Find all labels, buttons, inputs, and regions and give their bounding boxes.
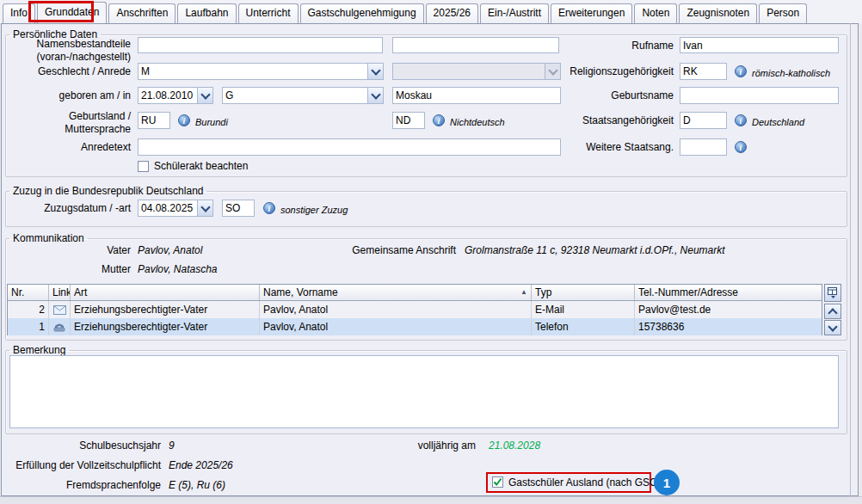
column-header-link[interactable]: Link xyxy=(49,285,71,300)
namensbestandteile-label: Namensbestandteile (voran-/nachgestellt) xyxy=(0,38,131,64)
tab-2025-26[interactable]: 2025/26 xyxy=(426,3,478,23)
cell-art: Erziehungsberechtigter-Vater xyxy=(71,301,260,318)
table-row[interactable]: 2 Erziehungsberechtigter-Vater Pavlov, A… xyxy=(8,301,822,318)
tab-zeugnisnoten[interactable]: Zeugnisnoten xyxy=(679,3,757,23)
chevron-down-icon xyxy=(371,65,380,75)
info-icon[interactable]: i xyxy=(735,65,747,77)
zuzugsart-code-input[interactable] xyxy=(222,200,255,217)
panel-divider xyxy=(850,23,851,496)
religion-label: Religionszugehörigkeit xyxy=(502,65,674,78)
anredetext-label: Anredetext xyxy=(0,141,131,154)
column-header-name[interactable]: Name, Vorname ▲ xyxy=(260,285,532,300)
geburtsland-combo-value[interactable] xyxy=(223,88,367,103)
anredetext-input[interactable] xyxy=(138,138,561,156)
kommunikation-table: Nr. Link Art Name, Vorname ▲ Typ Tel.-Nu… xyxy=(7,284,822,335)
table-scroll-up-button[interactable] xyxy=(824,304,841,319)
geburtsdatum-picker[interactable] xyxy=(138,87,213,104)
cell-typ: Telefon xyxy=(532,318,635,335)
cell-name: Pavlov, Anatol xyxy=(260,318,532,335)
geburtsname-input[interactable] xyxy=(680,87,839,104)
namensbestandteil-voran-input[interactable] xyxy=(138,37,383,53)
schuelerakt-checkbox-label: Schülerakt beachten xyxy=(154,160,248,173)
tab-anschriften[interactable]: Anschriften xyxy=(108,3,175,23)
geburtsdatum-arrow-button[interactable] xyxy=(197,88,212,103)
weitere-staatsang-input[interactable] xyxy=(680,138,727,156)
info-icon[interactable]: i xyxy=(263,202,275,214)
chevron-down-icon xyxy=(371,89,380,99)
religion-hint: römisch-katholisch xyxy=(752,67,830,79)
table-scroll-down-button[interactable] xyxy=(824,320,841,335)
table-row[interactable]: 1 Erziehungsberechtigter-Vater Pavlov, A… xyxy=(8,318,822,335)
geburtsland-combo-arrow-button[interactable] xyxy=(367,88,383,103)
tab-ein-austritt[interactable]: Ein-/Austritt xyxy=(480,3,549,23)
info-icon[interactable]: i xyxy=(433,114,445,126)
schuelerakt-checkbox[interactable] xyxy=(138,161,149,172)
geburtsdatum-value[interactable] xyxy=(139,88,197,103)
column-header-art[interactable]: Art xyxy=(71,285,260,300)
geschlecht-value[interactable] xyxy=(139,64,367,79)
chevron-down-icon xyxy=(828,322,837,331)
info-icon[interactable]: i xyxy=(178,114,190,126)
chevron-up-icon xyxy=(828,308,837,317)
volljaehrig-am-value: 21.08.2028 xyxy=(489,439,540,452)
info-icon[interactable]: i xyxy=(735,114,747,126)
cell-nr: 2 xyxy=(8,301,49,318)
sort-asc-icon: ▲ xyxy=(520,285,527,300)
religion-code-input[interactable] xyxy=(680,63,727,80)
volljaehrig-am-label: volljährig am xyxy=(373,439,476,452)
geburtsland-combobox[interactable] xyxy=(222,87,384,104)
gastschueler-checkbox[interactable] xyxy=(492,476,503,488)
schulbesuchsjahr-label: Schulbesuchsjahr xyxy=(0,439,161,452)
muttersprache-hint: Nichtdeutsch xyxy=(450,116,505,128)
table-column-settings-button[interactable] xyxy=(824,284,841,302)
table-settings-icon xyxy=(828,287,839,298)
cell-art: Erziehungsberechtigter-Vater xyxy=(71,318,260,335)
column-header-typ[interactable]: Typ xyxy=(532,285,635,300)
kommunikation-table-header: Nr. Link Art Name, Vorname ▲ Typ Tel.-Nu… xyxy=(8,285,822,301)
geburtsland-muttersprache-label: Geburtsland / Muttersprache xyxy=(0,110,131,136)
weitere-staatsang-label: Weitere Staatsang. xyxy=(502,141,674,154)
fremdsprachenfolge-label: Fremdsprachenfolge xyxy=(0,479,161,492)
zuzugsdatum-arrow-button[interactable] xyxy=(197,200,212,216)
column-header-tel[interactable]: Tel.-Nummer/Adresse xyxy=(635,285,822,300)
geschlecht-combo-arrow-button[interactable] xyxy=(367,64,383,79)
chevron-down-icon xyxy=(200,202,210,212)
tab-laufbahn[interactable]: Laufbahn xyxy=(177,3,236,23)
zuzugsart-hint: sonstiger Zuzug xyxy=(280,204,348,216)
muttersprache-code-input[interactable] xyxy=(392,112,425,129)
tab-unterricht[interactable]: Unterricht xyxy=(238,3,299,23)
schulbesuchsjahr-value: 9 xyxy=(169,439,175,452)
tab-noten[interactable]: Noten xyxy=(634,3,677,23)
annotation-badge-1: 1 xyxy=(654,470,680,495)
column-header-nr[interactable]: Nr. xyxy=(8,285,49,300)
bemerkung-textarea[interactable] xyxy=(9,355,839,428)
gemeinsame-anschrift-value: Grolmanstraße 11 c, 92318 Neumarkt i.d.O… xyxy=(465,244,725,257)
annotation-box-tab xyxy=(28,1,94,22)
zuzugsdatum-art-label: Zuzugsdatum / -art xyxy=(0,202,131,215)
geboren-am-in-label: geboren am / in xyxy=(0,89,131,102)
vater-label: Vater xyxy=(0,244,131,257)
cell-name: Pavlov, Anatol xyxy=(260,301,532,318)
bemerkung-group-title: Bemerkung xyxy=(9,344,69,356)
gemeinsame-anschrift-label: Gemeinsame Anschrift xyxy=(284,244,456,257)
kommunikation-group-title: Kommunikation xyxy=(9,232,88,244)
staatsangehoerigkeit-hint: Deutschland xyxy=(752,116,804,128)
email-icon xyxy=(49,301,71,318)
info-icon[interactable]: i xyxy=(735,141,747,153)
geschlecht-combobox[interactable] xyxy=(138,63,384,80)
vollzeitschulpflicht-value: Ende 2025/26 xyxy=(169,459,233,472)
geburtsland-hint: Burundi xyxy=(195,116,228,128)
geburtsland-code-input[interactable] xyxy=(138,112,170,129)
tab-erweiterungen[interactable]: Erweiterungen xyxy=(551,3,632,23)
rufname-label: Rufname xyxy=(502,40,674,52)
cell-tel: 15738636 xyxy=(635,318,822,335)
mutter-label: Mutter xyxy=(0,263,131,276)
staatsangehoerigkeit-code-input[interactable] xyxy=(680,112,727,129)
tab-gastschulgenehmigung[interactable]: Gastschulgenehmigung xyxy=(300,3,424,23)
tab-bar: Info Grunddaten Anschriften Laufbahn Unt… xyxy=(0,0,862,23)
zuzugsdatum-picker[interactable] xyxy=(138,200,213,217)
zuzugsdatum-value[interactable] xyxy=(139,200,197,216)
cell-typ: E-Mail xyxy=(532,301,635,318)
rufname-input[interactable] xyxy=(680,37,839,53)
tab-person[interactable]: Person xyxy=(759,3,807,23)
